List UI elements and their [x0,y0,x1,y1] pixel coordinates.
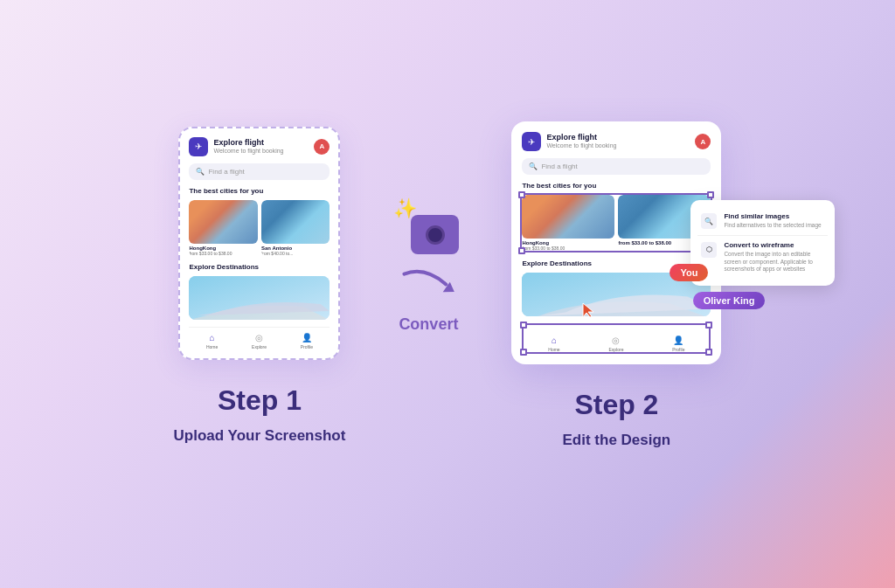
app-title: Explore flight [213,138,283,148]
similar-images-title: Find similar images [724,212,821,221]
nav-home[interactable]: ⌂ Home [206,333,218,349]
step2-cities-container: HongKong from $33.00 to $38.00 from $33.… [522,195,711,251]
step2-nav-profile[interactable]: 👤 Profile [672,336,684,352]
step2-profile-icon: 👤 [673,336,683,345]
step2-app-header-left: ✈ Explore flight Welcome to flight booki… [522,132,616,151]
home-icon: ⌂ [210,333,215,342]
step2-nav-items: ⌂ Home ◎ Explore 👤 Profile [524,332,709,352]
bottom-handle-bl [520,349,527,356]
main-content: ✈ Explore flight Welcome to flight booki… [0,104,895,467]
context-menu: 🔍 Find similar images Find alternatives … [690,200,835,286]
step1-title: Step 1 [218,384,302,417]
nav-profile-label: Profile [301,344,313,349]
explore-icon: ◎ [255,333,263,342]
step1-section: ✈ Explore flight Welcome to flight booki… [174,127,346,445]
wireframe-title: Convert to wireframe [724,241,824,250]
bottom-handle-tl [520,322,527,329]
step2-app-title: Explore flight [546,133,616,142]
nav-explore-label: Explore [252,344,267,349]
explore-img [189,276,330,320]
similar-images-icon: 🔍 [701,213,717,229]
step2-city-price-hongkong: from $33.00 to $38.00 [522,246,614,251]
app-header-left: ✈ Explore flight Welcome to flight booki… [189,137,283,156]
explore-label: Explore Destinations [189,263,330,271]
step2-cities-grid: HongKong from $33.00 to $38.00 from $33.… [522,195,711,251]
step2-subtitle: Edit the Design [563,432,671,449]
explore-section [189,276,330,320]
app-subtitle: Welcome to flight booking [213,148,283,155]
context-menu-item-similar[interactable]: 🔍 Find similar images Find alternatives … [697,207,828,235]
step2-app-subtitle: Welcome to flight booking [546,142,616,149]
cities-grid: HongKong from $33.00 to $38.00 San Anton… [189,200,330,256]
profile-icon: 👤 [302,333,312,342]
step2-explore-icon: ◎ [612,336,620,345]
step2-search-bar[interactable]: 🔍 Find a flight [522,158,711,175]
step2-search-icon: 🔍 [529,163,538,170]
bottom-handle-tr [705,322,712,329]
bottom-handle-br [705,349,712,356]
city-img-sanantonio [261,200,330,244]
camera-icon [411,215,459,254]
camera-lens [426,225,445,245]
you-cursor [581,301,595,322]
camera-wrapper: ✨ [398,202,459,254]
plane-icon: ✈ [189,137,208,156]
wireframe-desc: Convert the image into an editable scree… [724,251,824,273]
convert-label: Convert [399,315,458,334]
step2-title: Step 2 [574,389,658,421]
step1-phone-mockup: ✈ Explore flight Welcome to flight booki… [178,127,340,360]
nav-home-label: Home [206,344,218,349]
similar-images-desc: Find alternatives to the selected image [724,222,821,229]
step2-phone-mockup: ✈ Explore flight Welcome to flight booki… [511,121,721,364]
step2-city-img-hongkong [522,195,614,239]
search-placeholder: Find a flight [208,168,244,176]
city-price-sanantonio: from $40.00 to... [261,251,330,256]
step2-app-header: ✈ Explore flight Welcome to flight booki… [522,132,711,151]
you-label: You [680,267,697,278]
step1-subtitle: Upload Your Screenshot [174,427,346,445]
convert-arrow-icon [399,257,458,313]
city-img-hongkong [189,200,258,244]
convert-section: ✨ Convert [398,202,459,334]
step2-avatar: A [695,134,711,149]
bottom-nav: ⌂ Home ◎ Explore 👤 Profile [189,327,330,349]
oliver-king-label: Oliver King [704,295,755,306]
step2-wrapper: ✈ Explore flight Welcome to flight booki… [511,121,721,364]
step2-nav-explore[interactable]: ◎ Explore [608,336,623,352]
app-title-group: Explore flight Welcome to flight booking [213,138,283,155]
nav-explore[interactable]: ◎ Explore [252,333,267,349]
search-icon: 🔍 [196,168,205,176]
step2-nav-explore-label: Explore [608,347,623,352]
step2-best-cities-label: The best cities for you [522,182,711,190]
search-bar[interactable]: 🔍 Find a flight [189,163,330,180]
app-header: ✈ Explore flight Welcome to flight booki… [189,137,330,156]
best-cities-label: The best cities for you [189,187,330,195]
step2-city-card-hongkong: HongKong from $33.00 to $38.00 [522,195,614,251]
step2-nav-profile-label: Profile [672,347,684,352]
avatar: A [314,139,330,155]
city-card-hongkong: HongKong from $33.00 to $38.00 [189,200,258,256]
step2-nav-home-label: Home [548,347,559,352]
you-badge: You [670,264,708,281]
city-price-hongkong: from $33.00 to $38.00 [189,251,258,256]
wireframe-icon: ⬡ [701,242,717,258]
step2-nav-home[interactable]: ⌂ Home [548,336,559,352]
city-card-sanantonio: San Antonio from $40.00 to... [261,200,330,256]
step2-search-placeholder: Find a flight [541,163,577,170]
step2-home-icon: ⌂ [552,336,557,345]
context-menu-item-wireframe[interactable]: ⬡ Convert to wireframe Convert the image… [697,235,828,279]
context-menu-item-similar-text: Find similar images Find alternatives to… [724,212,821,230]
step2-plane-icon: ✈ [522,132,541,151]
step2-bottom-nav: ⌂ Home ◎ Explore 👤 Profile [522,323,711,354]
oliver-king-badge: Oliver King [693,292,766,309]
step2-section: ✈ Explore flight Welcome to flight booki… [511,121,721,449]
context-menu-item-wireframe-text: Convert to wireframe Convert the image i… [724,241,824,273]
nav-profile[interactable]: 👤 Profile [301,333,313,349]
step2-app-title-group: Explore flight Welcome to flight booking [546,133,616,149]
